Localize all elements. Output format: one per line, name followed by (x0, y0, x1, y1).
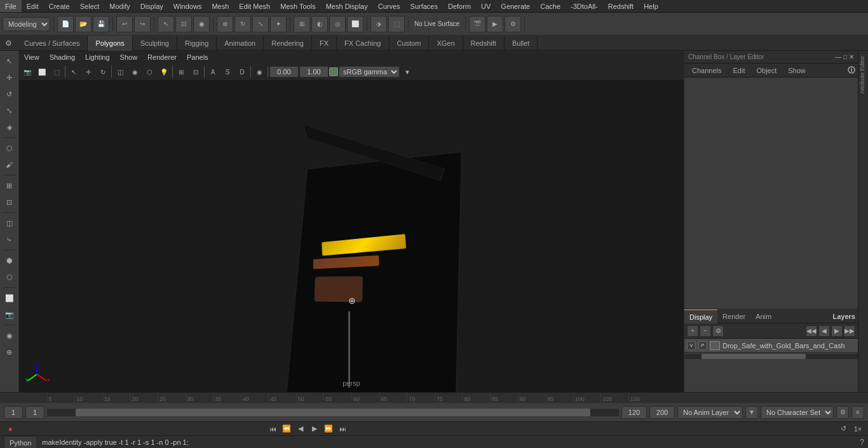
menu-mesh-tools[interactable]: Mesh Tools (275, 0, 320, 12)
layer-row[interactable]: V P Drop_Safe_with_Gold_Bars_and_Cash (684, 339, 858, 353)
tab-channels[interactable]: Channels (687, 64, 726, 78)
layer-color-swatch[interactable] (710, 341, 720, 350)
play-back-button[interactable]: ◀ (294, 423, 307, 435)
channel-box-minimize-icon[interactable]: — (835, 53, 841, 60)
scale-button[interactable]: ⤡ (252, 16, 269, 32)
layer-add-button[interactable]: + (687, 325, 698, 337)
redo-button[interactable]: ↪ (134, 16, 151, 32)
rotate-tool-button[interactable]: ↺ (2, 86, 17, 102)
tab-curves-surfaces[interactable]: Curves / Surfaces (17, 36, 88, 51)
snap-together-button[interactable]: ⬢ (2, 253, 17, 268)
layer-tab-render[interactable]: Render (717, 309, 750, 323)
scrollbar-thumb[interactable] (702, 354, 806, 359)
menu-deform[interactable]: Deform (443, 0, 476, 12)
tab-custom[interactable]: Custom (390, 36, 430, 51)
layer-nav-forward-button[interactable]: ▶▶ (844, 325, 855, 337)
workspace-dropdown[interactable]: Modeling (3, 17, 50, 31)
tab-object[interactable]: Object (751, 64, 782, 78)
menu-edit-mesh[interactable]: Edit Mesh (234, 0, 275, 12)
character-set-dropdown[interactable]: No Character Set (761, 406, 834, 419)
layer-nav-back-button[interactable]: ◀◀ (806, 325, 817, 337)
tab-show[interactable]: Show (783, 64, 811, 78)
lasso-lt-button[interactable]: ⤷ (2, 232, 17, 247)
tab-polygons[interactable]: Polygons (88, 36, 132, 51)
menu-generate[interactable]: Generate (496, 0, 535, 12)
marquee-select-button[interactable]: ◫ (2, 215, 17, 231)
tab-fx[interactable]: FX (312, 36, 337, 51)
timeline-range-bar[interactable] (47, 409, 619, 416)
undo-button[interactable]: ↩ (116, 16, 133, 32)
playback-speed-button[interactable]: 1× (851, 423, 864, 435)
channel-box-close-icon[interactable]: ✕ (849, 53, 854, 60)
anim-layer-down-icon[interactable]: ▼ (745, 406, 758, 419)
rotate-button[interactable]: ↻ (234, 16, 251, 32)
tab-rendering[interactable]: Rendering (264, 36, 312, 51)
layer-remove-button[interactable]: − (700, 325, 711, 337)
menu-curves[interactable]: Curves (373, 0, 405, 12)
tab-rigging[interactable]: Rigging (177, 36, 217, 51)
select-tool-button[interactable]: ↖ (158, 16, 174, 32)
tab-sculpting[interactable]: Sculpting (133, 36, 177, 51)
camera-lt-button[interactable]: 📷 (2, 307, 17, 322)
menu-mesh-display[interactable]: Mesh Display (321, 0, 373, 12)
new-scene-button[interactable]: 📄 (57, 16, 74, 32)
channel-box-corner-icon[interactable] (848, 66, 855, 75)
python-tab[interactable]: Python (4, 436, 37, 449)
transform-button[interactable]: ⊕ (217, 16, 233, 32)
symmetry-button[interactable]: ⬚ (388, 16, 405, 32)
render-settings-button[interactable]: ⚙ (505, 16, 521, 32)
step-back-button[interactable]: ⏪ (280, 423, 293, 435)
layer-tab-anim[interactable]: Anim (750, 309, 776, 323)
current-frame-input[interactable] (4, 406, 23, 419)
open-scene-button[interactable]: 📂 (75, 16, 92, 32)
render-button[interactable]: 🎬 (469, 16, 485, 32)
menu-modify[interactable]: Modify (104, 0, 135, 12)
move-tool-button[interactable]: ✛ (2, 70, 17, 85)
menu-uv[interactable]: UV (476, 0, 496, 12)
soft-select-button[interactable]: ⬗ (370, 16, 387, 32)
char-set-settings-icon[interactable]: ⚙ (836, 406, 849, 419)
menu-file[interactable]: File (0, 0, 22, 12)
select-mode-button[interactable]: ↖ (2, 53, 17, 69)
menu-redshift[interactable]: Redshift (603, 0, 639, 12)
tab-edit[interactable]: Edit (728, 64, 750, 78)
menu-surfaces[interactable]: Surfaces (405, 0, 443, 12)
snap-to-point-button[interactable]: ◎ (329, 16, 346, 32)
loop-button[interactable]: ↺ (837, 423, 850, 435)
help-icon[interactable]: ? (860, 438, 864, 447)
show-manipulator-button[interactable]: ⊞ (2, 178, 17, 193)
horizontal-scrollbar[interactable] (684, 354, 858, 359)
universal-manip-button[interactable]: ✦ (270, 16, 287, 32)
layer-visibility-toggle[interactable]: V (687, 341, 696, 350)
menu-windows[interactable]: Windows (168, 0, 207, 12)
layer-tab-display[interactable]: Display (684, 309, 717, 323)
menu-select[interactable]: Select (75, 0, 105, 12)
timeline-range-thumb[interactable] (76, 409, 590, 416)
lasso-select-button[interactable]: ⊡ (175, 16, 192, 32)
tab-animation[interactable]: Animation (217, 36, 264, 51)
snap-align-button[interactable]: ⬡ (2, 269, 17, 285)
layer-nav-prev-button[interactable]: ◀ (818, 325, 830, 337)
paint-weights-button[interactable]: 🖌 (2, 157, 17, 172)
frame-start-input[interactable] (25, 406, 44, 419)
menu-3dtall[interactable]: -3DtoAll- (566, 0, 603, 12)
menu-help[interactable]: Help (639, 0, 663, 12)
ipr-button[interactable]: ▶ (487, 16, 503, 32)
soft-select-lt-button[interactable]: ⬡ (2, 140, 17, 156)
char-set-options-icon[interactable]: ≡ (851, 406, 864, 419)
menu-create[interactable]: Create (44, 0, 75, 12)
snap-to-grid-button[interactable]: ⊞ (294, 16, 310, 32)
menu-display[interactable]: Display (135, 0, 168, 12)
layer-playback-toggle[interactable]: P (698, 341, 707, 350)
channel-box-maximize-icon[interactable]: □ (843, 53, 847, 60)
tab-settings-icon[interactable]: ⚙ (3, 37, 14, 49)
isolate-button[interactable]: ⊕ (2, 344, 17, 360)
snap-to-curve-button[interactable]: ◐ (311, 16, 328, 32)
last-tool-button[interactable]: ◈ (2, 119, 17, 135)
frame-end-input[interactable] (621, 406, 647, 419)
tab-redshift[interactable]: Redshift (463, 36, 505, 51)
play-forward-button[interactable]: ▶ (308, 423, 321, 435)
menu-cache[interactable]: Cache (535, 0, 566, 12)
tab-bullet[interactable]: Bullet (505, 36, 538, 51)
paint-select-button[interactable]: ◉ (193, 16, 210, 32)
